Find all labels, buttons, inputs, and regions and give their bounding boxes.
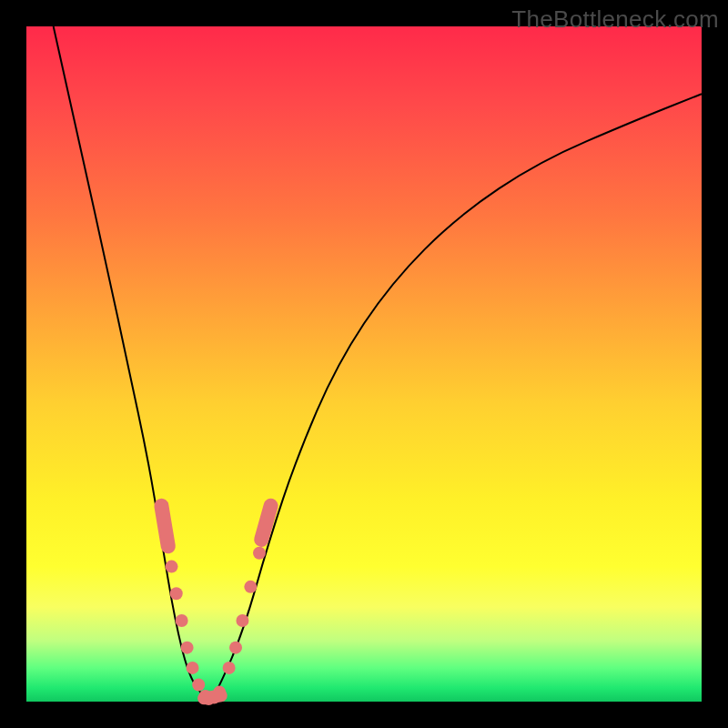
curve-marker-dot [253, 547, 266, 560]
curve-marker-dot [181, 642, 194, 654]
watermark-text: TheBottleneck.com [511, 5, 719, 34]
curve-marker-pill [204, 695, 221, 698]
bottleneck-curve [54, 26, 702, 700]
curve-marker-dot [192, 678, 205, 691]
curve-marker-pill [161, 506, 167, 547]
curve-marker-dot [170, 587, 183, 600]
curve-marker-pill [261, 506, 270, 540]
curve-marker-dot [244, 581, 257, 593]
curve-marker-dot [166, 561, 178, 573]
curve-marker-dot [236, 614, 248, 627]
chart-svg [26, 26, 702, 702]
curve-marker-dot [229, 642, 242, 654]
curve-marker-dot [223, 662, 236, 674]
curve-markers [158, 506, 272, 705]
curve-marker-dot [176, 614, 188, 627]
chart-plot-area [26, 26, 702, 702]
curve-marker-dot [187, 662, 199, 674]
